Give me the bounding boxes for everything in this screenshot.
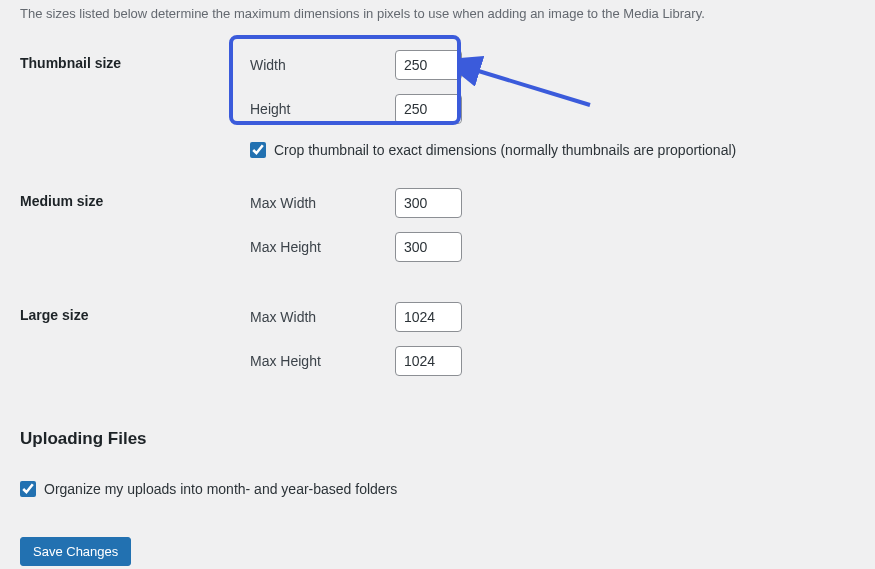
organize-uploads-row: Organize my uploads into month- and year…	[20, 457, 855, 507]
settings-form-table: Thumbnail size Width Height Crop thumbna…	[20, 35, 855, 401]
large-max-width-input[interactable]	[395, 302, 462, 332]
save-changes-button[interactable]: Save Changes	[20, 537, 131, 566]
organize-uploads-label[interactable]: Organize my uploads into month- and year…	[44, 481, 397, 497]
medium-max-height-label: Max Height	[250, 239, 395, 255]
medium-max-width-row: Max Width	[250, 188, 845, 218]
thumbnail-width-label: Width	[250, 57, 395, 73]
organize-uploads-checkbox[interactable]	[20, 481, 36, 497]
thumbnail-height-input[interactable]	[395, 94, 462, 124]
large-max-height-input[interactable]	[395, 346, 462, 376]
medium-max-height-input[interactable]	[395, 232, 462, 262]
thumbnail-height-label: Height	[250, 101, 395, 117]
crop-thumbnail-checkbox[interactable]	[250, 142, 266, 158]
large-section-label: Large size	[20, 287, 240, 401]
medium-section-label: Medium size	[20, 173, 240, 287]
large-max-height-label: Max Height	[250, 353, 395, 369]
media-settings-description: The sizes listed below determine the max…	[20, 0, 855, 35]
thumbnail-width-input[interactable]	[395, 50, 462, 80]
large-max-width-row: Max Width	[250, 302, 845, 332]
crop-thumbnail-label[interactable]: Crop thumbnail to exact dimensions (norm…	[274, 142, 736, 158]
large-max-width-label: Max Width	[250, 309, 395, 325]
thumbnail-height-row: Height	[250, 94, 845, 124]
medium-max-width-input[interactable]	[395, 188, 462, 218]
crop-thumbnail-row: Crop thumbnail to exact dimensions (norm…	[250, 142, 845, 158]
thumbnail-width-row: Width	[250, 50, 845, 80]
medium-max-width-label: Max Width	[250, 195, 395, 211]
large-max-height-row: Max Height	[250, 346, 845, 376]
medium-max-height-row: Max Height	[250, 232, 845, 262]
uploading-files-heading: Uploading Files	[20, 401, 855, 457]
thumbnail-section-label: Thumbnail size	[20, 35, 240, 173]
